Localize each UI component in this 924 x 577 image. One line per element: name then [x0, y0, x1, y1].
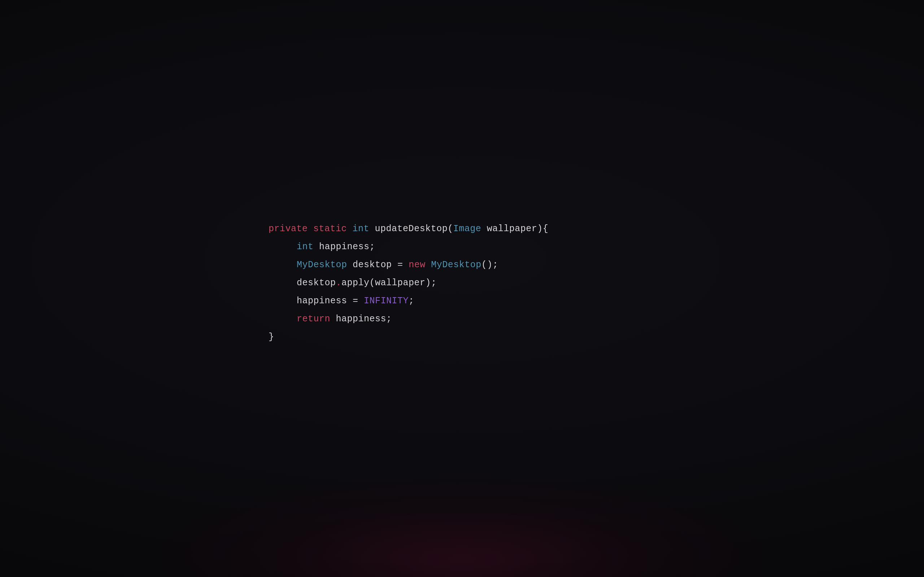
kw-return: return — [297, 314, 330, 324]
var-happiness: happiness — [319, 242, 370, 252]
line-3: MyDesktop desktop = new MyDesktop(); — [268, 259, 498, 270]
var-desktop: desktop — [353, 259, 392, 270]
ctor-mydesktop: MyDesktop — [431, 259, 481, 270]
dot: . — [336, 278, 342, 288]
method-apply: apply — [341, 278, 370, 288]
line-7: } — [268, 332, 274, 342]
line-5: happiness = INFINITY; — [268, 296, 414, 306]
code-block: private static int updateDesktop(Image w… — [268, 220, 548, 346]
kw-int: int — [297, 242, 313, 252]
func-name: updateDesktop — [375, 224, 448, 234]
bottom-glow — [137, 469, 787, 577]
const-infinity: INFINITY — [364, 296, 409, 306]
kw-new: new — [409, 259, 426, 270]
semi: ; — [409, 296, 414, 306]
kw-private: private — [268, 224, 308, 234]
parens: () — [481, 259, 493, 270]
semi: ; — [431, 278, 437, 288]
kw-int: int — [353, 224, 370, 234]
semi: ; — [370, 242, 375, 252]
lbrace: { — [543, 224, 549, 234]
eq: = — [353, 296, 359, 306]
lparen: ( — [447, 224, 453, 234]
rparen: ) — [537, 224, 543, 234]
line-6: return happiness; — [268, 314, 392, 324]
param-type: Image — [453, 224, 481, 234]
semi: ; — [386, 314, 392, 324]
arg-wallpaper: wallpaper — [375, 278, 426, 288]
kw-static: static — [313, 224, 347, 234]
rparen: ) — [426, 278, 431, 288]
line-4: desktop.apply(wallpaper); — [268, 278, 437, 288]
line-2: int happiness; — [268, 242, 375, 252]
obj-desktop: desktop — [297, 278, 336, 288]
type-mydesktop: MyDesktop — [297, 259, 347, 270]
line-1: private static int updateDesktop(Image w… — [268, 224, 548, 234]
var-happiness: happiness — [297, 296, 347, 306]
param-name: wallpaper — [487, 224, 538, 234]
eq: = — [397, 259, 403, 270]
var-happiness: happiness — [336, 314, 386, 324]
rbrace: } — [268, 332, 274, 342]
lparen: ( — [370, 278, 375, 288]
semi: ; — [493, 259, 498, 270]
